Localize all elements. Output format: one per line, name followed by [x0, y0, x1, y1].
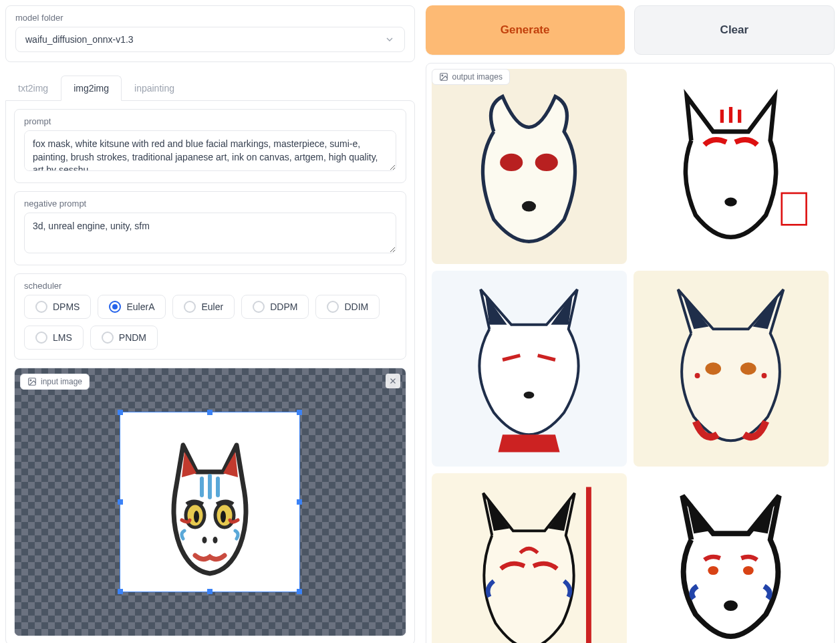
scheduler-option-pndm[interactable]: PNDM [90, 326, 158, 350]
scheduler-options: DPMSEulerAEulerDDPMDDIMLMSPNDM [24, 295, 396, 350]
svg-point-17 [522, 201, 536, 211]
scheduler-option-label: PNDM [119, 332, 146, 343]
scheduler-option-label: LMS [53, 332, 72, 343]
svg-point-24 [762, 373, 767, 378]
tab-img2img[interactable]: img2img [61, 76, 122, 101]
scheduler-group: scheduler DPMSEulerAEulerDDPMDDIMLMSPNDM [14, 273, 406, 360]
output-images-badge: output images [432, 69, 510, 85]
scheduler-option-label: DPMS [53, 301, 80, 312]
chevron-down-icon [384, 34, 395, 45]
negative-prompt-label: negative prompt [24, 199, 396, 209]
radio-icon [184, 301, 196, 313]
svg-point-18 [725, 197, 737, 206]
input-image-canvas[interactable] [15, 368, 406, 636]
prompt-label: prompt [24, 116, 396, 126]
output-grid [432, 69, 829, 643]
scheduler-option-dpms[interactable]: DPMS [24, 295, 91, 319]
scheduler-option-ddim[interactable]: DDIM [315, 295, 380, 319]
scheduler-option-label: EulerA [126, 301, 154, 312]
negative-prompt-group: negative prompt 3d, unreal engine, unity… [14, 191, 406, 265]
scheduler-option-label: Euler [201, 301, 223, 312]
svg-rect-25 [586, 487, 591, 643]
svg-point-22 [740, 362, 756, 374]
action-buttons: Generate Clear [426, 5, 835, 55]
prompt-group: prompt fox mask, white kitsune with red … [14, 109, 406, 183]
output-images-label: output images [452, 72, 503, 82]
left-panel: model folder waifu_diffusion_onnx-v1.3 t… [5, 5, 415, 643]
scheduler-option-eulera[interactable]: EulerA [98, 295, 166, 319]
svg-rect-19 [782, 193, 807, 225]
output-thumb-1[interactable] [432, 69, 627, 264]
output-thumb-2[interactable] [634, 69, 829, 264]
svg-point-7 [221, 511, 226, 523]
input-image-badge: input image [20, 374, 90, 390]
clear-button[interactable]: Clear [634, 5, 835, 55]
svg-point-23 [695, 373, 700, 378]
tab-content: prompt fox mask, white kitsune with red … [5, 100, 415, 643]
radio-icon [35, 301, 47, 313]
svg-point-26 [708, 566, 719, 575]
radio-icon [327, 301, 339, 313]
image-icon [439, 72, 448, 82]
radio-icon [109, 301, 121, 313]
scheduler-option-label: DDPM [270, 301, 297, 312]
right-panel: Generate Clear output images [426, 5, 835, 643]
svg-point-28 [724, 600, 738, 611]
model-folder-dropdown[interactable]: waifu_diffusion_onnx-v1.3 [15, 27, 405, 52]
prompt-input[interactable]: fox mask, white kitsune with red and blu… [24, 130, 396, 171]
svg-point-1 [30, 380, 31, 381]
output-images-area: output images [426, 63, 835, 643]
svg-point-16 [535, 153, 558, 170]
svg-point-6 [194, 511, 199, 523]
radio-icon [253, 301, 265, 313]
svg-point-11 [202, 537, 207, 543]
svg-point-27 [743, 566, 754, 575]
scheduler-option-ddpm[interactable]: DDPM [241, 295, 309, 319]
tabs: txt2img img2img inpainting [5, 76, 415, 101]
radio-icon [102, 332, 114, 344]
output-thumb-5[interactable] [432, 473, 627, 644]
input-image-label: input image [41, 377, 82, 386]
svg-point-20 [524, 392, 535, 399]
image-icon [27, 377, 37, 386]
negative-prompt-input[interactable]: 3d, unreal engine, unity, sfm [24, 213, 396, 253]
output-thumb-6[interactable] [634, 473, 829, 644]
scheduler-option-label: DDIM [344, 301, 368, 312]
svg-point-15 [500, 153, 523, 170]
input-image-box: input image [14, 368, 406, 636]
scheduler-option-lms[interactable]: LMS [24, 326, 84, 350]
model-folder-label: model folder [15, 13, 405, 23]
svg-point-12 [213, 537, 218, 543]
close-icon[interactable] [386, 374, 400, 388]
model-folder-value: waifu_diffusion_onnx-v1.3 [25, 34, 134, 45]
svg-point-14 [442, 75, 443, 76]
radio-icon [35, 332, 47, 344]
scheduler-label: scheduler [24, 281, 396, 291]
output-thumb-3[interactable] [432, 271, 627, 466]
model-folder-group: model folder waifu_diffusion_onnx-v1.3 [5, 5, 415, 62]
svg-point-21 [706, 362, 722, 374]
tab-inpainting[interactable]: inpainting [122, 76, 187, 101]
tab-txt2img[interactable]: txt2img [5, 76, 61, 101]
input-image-frame[interactable] [120, 412, 300, 592]
kitsune-sketch [150, 425, 270, 579]
generate-button[interactable]: Generate [426, 5, 625, 55]
scheduler-option-euler[interactable]: Euler [172, 295, 235, 319]
output-thumb-4[interactable] [634, 271, 829, 466]
